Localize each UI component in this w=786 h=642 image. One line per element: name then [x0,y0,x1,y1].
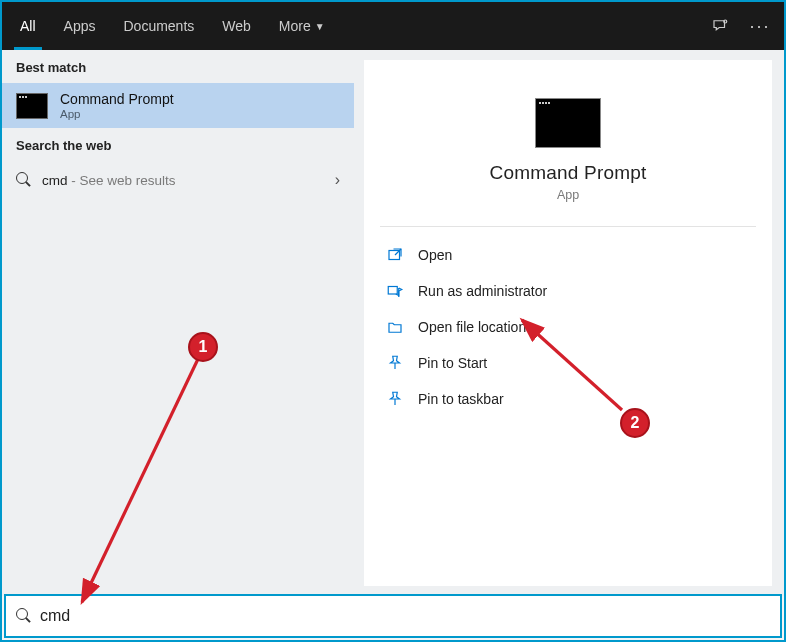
search-icon [16,608,32,624]
action-open-file-location[interactable]: Open file location [382,309,754,345]
result-title: Command Prompt [60,91,174,107]
pin-taskbar-icon [386,390,404,408]
chevron-down-icon: ▼ [315,21,325,32]
preview-title: Command Prompt [382,162,754,184]
open-icon [386,246,404,264]
preview-subtitle: App [382,188,754,202]
command-prompt-preview-icon [535,98,601,148]
svg-point-0 [724,20,727,23]
web-result-query: cmd [42,173,68,188]
tab-more-label: More [279,18,311,34]
more-options-icon[interactable]: ··· [746,12,774,40]
top-tabs: All Apps Documents Web More ▼ ··· [2,2,784,50]
action-run-admin-label: Run as administrator [418,283,547,299]
command-prompt-icon [16,93,48,119]
divider [380,226,756,227]
search-web-header: Search the web [2,128,354,161]
action-pin-start-label: Pin to Start [418,355,487,371]
annotation-badge-2: 2 [620,408,650,438]
tab-documents[interactable]: Documents [109,2,208,50]
action-pin-to-taskbar[interactable]: Pin to taskbar [382,381,754,417]
action-open[interactable]: Open [382,237,754,273]
search-bar[interactable] [4,594,782,638]
action-open-label: Open [418,247,452,263]
web-result-hint: - See web results [68,173,176,188]
chevron-right-icon: › [335,171,340,189]
svg-rect-2 [388,287,397,295]
action-run-as-administrator[interactable]: Run as administrator [382,273,754,309]
tab-apps[interactable]: Apps [50,2,110,50]
action-open-location-label: Open file location [418,319,526,335]
results-panel: Best match Command Prompt App Search the… [2,50,354,596]
result-command-prompt[interactable]: Command Prompt App [2,83,354,128]
shield-admin-icon [386,282,404,300]
web-result-cmd[interactable]: cmd - See web results › [2,161,354,199]
search-input[interactable] [40,607,770,625]
tab-all[interactable]: All [6,2,50,50]
preview-panel: Command Prompt App Open [364,60,772,586]
best-match-header: Best match [2,50,354,83]
annotation-badge-1: 1 [188,332,218,362]
pin-start-icon [386,354,404,372]
feedback-icon[interactable] [706,12,734,40]
tab-more[interactable]: More ▼ [265,2,339,50]
result-subtitle: App [60,108,174,120]
action-pin-taskbar-label: Pin to taskbar [418,391,504,407]
action-pin-to-start[interactable]: Pin to Start [382,345,754,381]
action-list: Open Run as administrator [382,237,754,417]
folder-location-icon [386,318,404,336]
tab-web[interactable]: Web [208,2,265,50]
search-icon [16,172,32,188]
